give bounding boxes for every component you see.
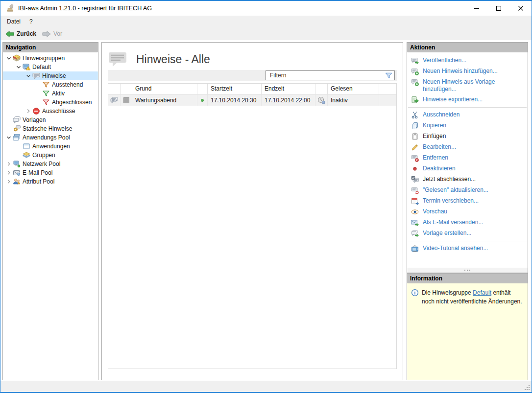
statusbar [0,381,532,392]
filter-input[interactable] [266,71,394,80]
static-notes-icon [13,125,22,133]
nav-item-label: Aktiv [52,90,65,97]
default-group-link[interactable]: Default [473,289,491,296]
action-entfernen[interactable]: Entfernen [407,153,528,163]
nav-item-label: Gruppen [32,152,55,159]
nav-item-label: Abgeschlossen [52,99,92,106]
close-button[interactable] [509,1,532,16]
action-vorschau[interactable]: Vorschau [407,207,528,217]
maximize-button[interactable] [487,1,509,16]
chevron-right-icon[interactable] [24,107,32,115]
info-text-before: Die Hinweisgruppe [422,289,473,296]
menu-datei[interactable]: Datei [2,16,25,27]
chevron-down-icon[interactable] [5,54,13,62]
chevron-spacer [34,90,42,97]
chevron-right-icon[interactable] [5,169,13,177]
row-startzeit-cell: 17.10.2014 20:30 [208,94,262,106]
action-hinweise-exportieren[interactable]: Hinweise exportieren... [407,94,528,105]
complete-icon [411,176,419,184]
nav-item-anwendungs-pool[interactable]: Anwendungs Pool [3,133,98,142]
attribute-pool-icon [13,178,22,185]
main-header: Hinweise - Alle [102,43,403,70]
splitter-handle[interactable] [407,268,528,273]
nav-item-ausstehend[interactable]: Ausstehend [3,80,98,89]
col-header-gelesen[interactable]: Gelesen [328,84,379,94]
action-gelesen-aktualisieren[interactable]: "Gelesen" aktualisieren... [407,185,528,196]
color-swatch-icon [123,97,130,104]
nav-item-netzwerk-pool[interactable]: Netzwerk Pool [3,160,98,168]
action-vorlage-erstellen[interactable]: Vorlage erstellen... [407,228,528,239]
hinweis-note-icon [110,97,118,104]
col-header-color[interactable] [121,84,132,94]
chevron-right-icon[interactable] [5,178,13,185]
export-icon [411,96,419,104]
action-termin-verschieben[interactable]: Termin verschieben... [407,196,528,207]
action-video-tutorial[interactable]: Video-Tutorial ansehen... [407,243,528,254]
titlebar: IBI-aws Admin 1.21.0 - registriert für I… [0,1,532,16]
back-button[interactable]: Zurück [2,27,39,40]
action-bearbeiten[interactable]: Bearbeiten... [407,142,528,153]
minimize-button[interactable] [465,1,487,16]
nav-item-abgeschlossen[interactable]: Abgeschlossen [3,98,98,107]
action-neuen-hinweis-hinzufuegen[interactable]: Neuen Hinweis hinzufügen... [407,66,528,77]
col-header-filler [379,84,396,94]
action-ausschneiden[interactable]: Ausschneiden [407,110,528,120]
nav-item-default[interactable]: Default [3,63,98,71]
col-header-gelesen-icon[interactable] [315,84,328,94]
menu-label: ? [29,18,33,25]
nav-item-attribut-pool[interactable]: Attribut Pool [3,177,98,186]
nav-item-anwendungen[interactable]: Anwendungen [3,142,98,151]
menu-label: Datei [7,18,21,25]
col-header-type-icon[interactable] [108,84,121,94]
nav-item-statische-hinweise[interactable]: Statische Hinweise [3,124,98,133]
chevron-down-icon[interactable] [24,72,32,80]
col-header-grund[interactable]: Grund [132,84,197,94]
col-header-status[interactable] [197,84,208,94]
nav-item-vorlagen[interactable]: Vorlagen [3,116,98,124]
chevron-spacer [5,116,13,124]
application-icon [23,142,31,150]
col-header-endzeit[interactable]: Endzeit [262,84,315,94]
col-header-startzeit[interactable]: Startzeit [208,84,262,94]
action-jetzt-abschliessen[interactable]: Jetzt abschliessen... [407,174,528,185]
row-grund-cell: Wartungsabend [132,94,197,106]
nav-item-label: Netzwerk Pool [23,161,60,167]
filter-funnel-icon[interactable] [385,72,392,79]
action-label: Termin verschieben... [423,197,479,205]
nav-item-gruppen[interactable]: Gruppen [3,151,98,160]
nav-item-hinweise[interactable]: Hinweise [3,71,98,80]
action-neuen-hinweis-aus-vorlage[interactable]: Neuen Hinweis aus Vorlage hinzufügen... [407,77,528,94]
table-row[interactable]: Wartungsabend 17.10.2014 20:30 17.10.201… [108,94,396,106]
page-title: Hinweise - Alle [136,53,210,66]
close-icon [518,5,524,11]
chevron-spacer [34,81,42,89]
nav-item-label: Default [32,64,51,70]
menu-help[interactable]: ? [25,16,37,27]
action-als-email-versenden[interactable]: Als E-Mail versenden... [407,217,528,228]
action-veroeffentlichen[interactable]: Veröffentlichen... [407,55,528,66]
refresh-read-icon [411,186,419,194]
forward-button[interactable]: Vor [39,27,65,40]
edit-pencil-icon [411,143,419,151]
resize-grip[interactable] [524,385,530,390]
navigation-tree: Hinweisgruppen Default [3,52,98,186]
nav-item-ausschluesse[interactable]: Ausschlüsse [3,107,98,116]
chevron-right-icon[interactable] [5,160,13,168]
actions-list: Veröffentlichen... Neuen Hinweis h [407,52,528,254]
nav-item-hinweisgruppen[interactable]: Hinweisgruppen [3,54,98,63]
nav-item-aktiv[interactable]: Aktiv [3,89,98,98]
action-label: Einfügen [423,133,446,140]
nav-item-email-pool[interactable]: E-Mail Pool [3,168,98,177]
action-label: Bearbeiten... [423,143,456,151]
chevron-down-icon[interactable] [5,134,13,141]
action-deaktivieren[interactable]: Deaktivieren [407,163,528,174]
action-label: Neuen Hinweis aus Vorlage hinzufügen... [423,78,524,93]
action-label: "Gelesen" aktualisieren... [423,186,488,194]
chevron-down-icon[interactable] [15,63,23,71]
action-kopieren[interactable]: Kopieren [407,120,528,131]
information-text: Die Hinweisgruppe Default enthält noch n… [422,288,524,306]
add-note-icon [411,68,419,75]
action-einfuegen[interactable]: Einfügen [407,131,528,142]
row-gelesen-cell: Inaktiv [328,94,379,106]
table-header-row: Grund Startzeit Endzeit Gelesen [108,84,396,94]
